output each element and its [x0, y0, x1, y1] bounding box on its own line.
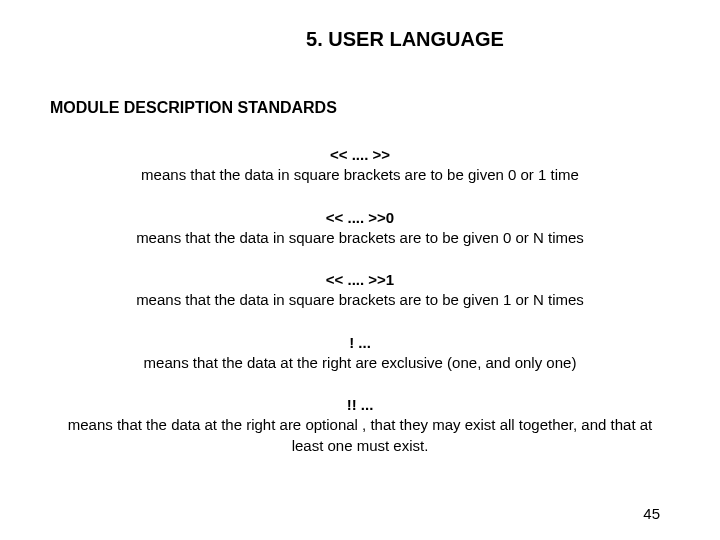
notation-symbol: << .... >>: [54, 145, 666, 165]
notation-desc: means that the data in square brackets a…: [54, 228, 666, 248]
page-title: 5. USER LANGUAGE: [140, 28, 670, 51]
notation-entry: !! ... means that the data at the right …: [50, 395, 670, 456]
section-heading: MODULE DESCRIPTION STANDARDS: [50, 99, 670, 117]
notation-symbol: << .... >>1: [54, 270, 666, 290]
notation-symbol: ! ...: [54, 333, 666, 353]
notation-entry: << .... >> means that the data in square…: [50, 145, 670, 186]
notation-entry: << .... >>1 means that the data in squar…: [50, 270, 670, 311]
notation-desc: means that the data at the right are exc…: [54, 353, 666, 373]
notation-symbol: !! ...: [54, 395, 666, 415]
notation-entry: ! ... means that the data at the right a…: [50, 333, 670, 374]
notation-desc: means that the data in square brackets a…: [54, 165, 666, 185]
notation-entry: << .... >>0 means that the data in squar…: [50, 208, 670, 249]
notation-symbol: << .... >>0: [54, 208, 666, 228]
notation-desc: means that the data at the right are opt…: [54, 415, 666, 456]
notation-desc: means that the data in square brackets a…: [54, 290, 666, 310]
page-number: 45: [643, 505, 660, 522]
document-page: 5. USER LANGUAGE MODULE DESCRIPTION STAN…: [0, 0, 720, 540]
